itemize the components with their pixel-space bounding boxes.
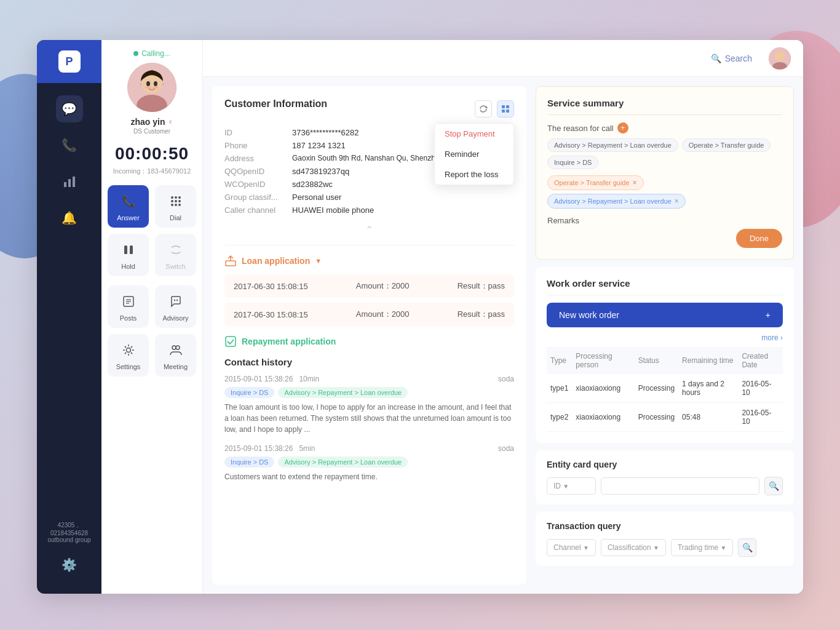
svg-point-9 [153,86,159,89]
refresh-button[interactable] [475,100,492,118]
stats-icon [63,175,76,188]
repayment-section: Repayment application [224,335,514,348]
stop-payment-item[interactable]: Stop Payment [435,124,513,144]
history-meta-2: 2015-09-01 15:38:26 5min soda [224,444,514,453]
sidebar-item-phone[interactable]: 📞 [56,132,83,159]
loan-result-1: Result：pass [458,281,505,292]
sidebar-item-chat[interactable]: 💬 [56,95,83,122]
settings-action-label: Settings [116,363,141,370]
main-panel: 🔍 Search Customer Information [203,40,803,594]
settings-action-button[interactable]: Settings [108,334,149,377]
meeting-button[interactable]: Meeting [155,334,196,377]
hold-label: Hold [121,263,135,270]
entity-search-input[interactable] [601,477,759,495]
posts-button[interactable]: Posts [108,285,149,328]
reminder-item[interactable]: Reminder [435,144,513,164]
reason-chip-1[interactable]: Advisory > Repayment > Loan overdue [547,138,678,152]
sidebar-item-notifications[interactable]: 🔔 [56,204,83,231]
right-panel: Service summary The reason for call + Ad… [536,86,794,584]
posts-label: Posts [120,314,137,322]
reason-chip-2[interactable]: Operate > Transfer guide [682,138,771,152]
row1-status: Processing [635,374,678,403]
remove-tag-1[interactable]: × [633,178,637,187]
svg-point-28 [176,300,177,301]
channel-select[interactable]: Channel ▼ [547,539,596,556]
history-meta-1: 2015-09-01 15:38:26 10min soda [224,375,514,383]
add-icon: + [766,310,771,320]
sidebar-nav: 💬 📞 🔔 [37,83,101,244]
svg-rect-39 [506,110,509,113]
history-entry-1: 2015-09-01 15:38:26 10min soda Inquire >… [224,375,514,435]
service-summary-card: Service summary The reason for call + Ad… [536,86,794,260]
done-button[interactable]: Done [736,229,782,248]
row1-type: type1 [547,374,572,403]
svg-point-16 [175,200,177,202]
work-order-title: Work order service [547,278,783,295]
svg-point-6 [146,81,150,86]
row2-status: Processing [635,403,678,432]
trading-time-select[interactable]: Trading time ▼ [671,539,734,556]
entity-search-button[interactable]: 🔍 [764,477,783,495]
caller-status: Calling... [133,49,170,58]
header-user-avatar[interactable] [769,47,791,70]
transaction-search-button[interactable]: 🔍 [738,538,756,557]
remarks-label: Remarks [547,216,782,225]
contact-history: Contact history 2015-09-01 15:38:26 10mi… [224,357,514,482]
selected-tag-2: Advisory > Repayment > Loan overdue × [547,194,686,209]
caller-avatar [127,63,176,112]
dial-icon [166,191,186,211]
advisory-button[interactable]: Advisory [155,285,196,328]
meeting-label: Meeting [164,363,188,370]
loan-dropdown-arrow[interactable]: ▼ [315,257,322,265]
advisory-icon [166,292,186,311]
repayment-title: Repayment application [242,337,336,346]
answer-button[interactable]: 📞 Answer [108,185,149,228]
outbound-info: 42305，02184354628 outbound group [37,521,101,543]
svg-point-7 [154,81,157,86]
svg-point-12 [171,196,173,199]
collapse-icon[interactable]: ⌃ [224,224,514,236]
add-reason-button[interactable]: + [617,122,628,134]
svg-rect-0 [64,182,66,187]
entity-type-select[interactable]: ID ▼ [547,477,596,495]
sidebar-item-stats[interactable] [56,168,83,195]
transaction-query-title: Transaction query [547,521,783,531]
classification-select[interactable]: Classification ▼ [601,539,666,556]
work-order-table: Type Processing person Status Remaining … [547,347,783,432]
loan-date-1: 2017-06-30 15:08:15 [234,282,308,291]
more-link[interactable]: more [547,333,783,342]
history-tag-inquire-2: Inquire > DS [224,457,274,468]
history-timestamp-2: 2015-09-01 15:38:26 5min [224,444,315,453]
hold-button[interactable]: Hold [108,234,149,276]
search-bar[interactable]: 🔍 Search [703,50,759,67]
more-options-button[interactable] [497,100,514,118]
caller-name: zhao yin ♀ [130,117,173,127]
col-type: Type [547,347,572,374]
loan-icon [224,255,237,267]
remarks-section: Remarks Done [547,216,782,248]
switch-button[interactable]: Switch [155,234,196,276]
avatar-image-header [769,47,791,70]
loan-section-header: Loan application ▼ [224,255,514,267]
reason-chip-3[interactable]: Inquire > DS [547,156,598,169]
advisory-label: Advisory [162,314,188,322]
svg-rect-41 [226,337,236,346]
col-remaining: Remaining time [678,347,738,374]
svg-rect-40 [226,261,236,266]
row2-person: xiaoxiaoxiong [572,403,634,432]
svg-point-10 [140,83,142,86]
col-status: Status [635,347,678,374]
new-work-order-button[interactable]: New work order + [547,303,783,327]
row2-date: 2016-05-10 [738,403,783,432]
report-loss-item[interactable]: Report the loss [435,164,513,185]
dial-button[interactable]: Dial [155,185,196,228]
remove-tag-2[interactable]: × [675,197,679,205]
table-row: type1 xiaoxiaoxiong Processing 1 days an… [547,374,783,403]
svg-rect-2 [73,177,75,187]
settings-icon[interactable]: ⚙️ [56,551,83,578]
sidebar-logo[interactable]: P [37,40,101,83]
caller-panel: Calling... zhao yin ♀ DS Cus [101,40,203,594]
row1-person: xiaoxiaoxiong [572,374,634,403]
grid-icon [501,105,510,113]
work-order-card: Work order service New work order + more… [536,267,794,443]
